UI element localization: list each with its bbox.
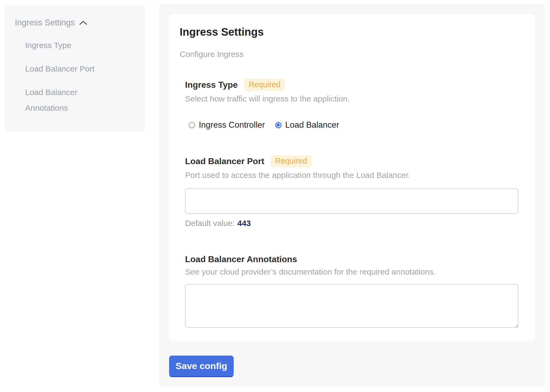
radio-option-load-balancer[interactable]: Load Balancer bbox=[275, 120, 339, 130]
radio-label: Load Balancer bbox=[285, 120, 339, 130]
sidebar-section-label: Ingress Settings bbox=[15, 17, 75, 29]
field-label: Load Balancer Port bbox=[185, 156, 264, 166]
settings-sidebar: Ingress Settings Ingress Type Load Balan… bbox=[5, 5, 145, 132]
sidebar-nav: Ingress Type Load Balancer Port Load Bal… bbox=[15, 38, 137, 116]
required-badge: Required bbox=[244, 79, 285, 91]
save-config-button[interactable]: Save config bbox=[169, 356, 234, 376]
radio-label: Ingress Controller bbox=[199, 120, 265, 130]
field-ingress-type-header: Ingress Type Required bbox=[185, 79, 518, 92]
default-value: 443 bbox=[237, 219, 251, 228]
radio-option-ingress-controller[interactable]: Ingress Controller bbox=[189, 120, 265, 130]
required-badge: Required bbox=[271, 155, 311, 167]
chevron-up-icon bbox=[79, 19, 87, 26]
field-port-header: Load Balancer Port Required bbox=[185, 156, 518, 168]
field-annotations-header: Load Balancer Annotations bbox=[185, 254, 518, 265]
ingress-settings-card: Ingress Settings Configure Ingress Ingre… bbox=[169, 14, 535, 341]
field-label: Ingress Type bbox=[185, 80, 238, 90]
radio-dot bbox=[277, 124, 280, 127]
sidebar-item-load-balancer-annotations[interactable]: Load Balancer Annotations bbox=[25, 85, 114, 116]
field-description: See your cloud provider’s documentation … bbox=[185, 267, 518, 276]
main-panel: Ingress Settings Configure Ingress Ingre… bbox=[159, 4, 545, 387]
field-ingress-type: Ingress Type Required Select how traffic… bbox=[185, 79, 518, 130]
field-description: Select how traffic will ingress to the a… bbox=[185, 94, 518, 103]
default-value-line: Default value:443 bbox=[185, 219, 518, 228]
page-title: Ingress Settings bbox=[180, 26, 518, 38]
load-balancer-port-input[interactable] bbox=[185, 188, 518, 214]
field-description: Port used to access the application thro… bbox=[185, 171, 518, 180]
radio-selected-icon[interactable] bbox=[275, 122, 281, 128]
sidebar-item-ingress-type[interactable]: Ingress Type bbox=[25, 38, 114, 53]
field-load-balancer-port: Load Balancer Port Required Port used to… bbox=[185, 156, 518, 228]
ingress-type-radio-group: Ingress Controller Load Balancer bbox=[189, 120, 518, 130]
radio-unselected-icon[interactable] bbox=[189, 122, 195, 128]
field-load-balancer-annotations: Load Balancer Annotations See your cloud… bbox=[185, 254, 518, 328]
field-label: Load Balancer Annotations bbox=[185, 254, 297, 264]
sidebar-section-ingress-settings[interactable]: Ingress Settings bbox=[15, 17, 137, 29]
default-value-label: Default value: bbox=[185, 219, 234, 228]
page-subtitle: Configure Ingress bbox=[180, 50, 518, 59]
sidebar-item-load-balancer-port[interactable]: Load Balancer Port bbox=[25, 61, 114, 77]
load-balancer-annotations-textarea[interactable] bbox=[185, 284, 518, 328]
